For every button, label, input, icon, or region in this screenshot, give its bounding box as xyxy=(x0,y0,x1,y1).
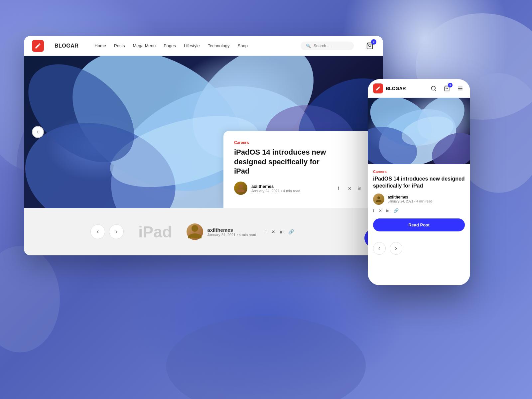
mobile-post-category: Careers xyxy=(373,170,465,174)
mobile-cart-badge: 0 xyxy=(448,83,453,87)
svg-line-17 xyxy=(435,89,436,90)
nav-home[interactable]: Home xyxy=(94,43,106,48)
desktop-nav: Home Posts Mega Menu Pages Lifestyle Tec… xyxy=(94,43,248,48)
mobile-nav-icons: 0 xyxy=(429,84,465,93)
mobile-linkedin-icon[interactable]: in xyxy=(386,208,389,213)
bottom-nav-buttons xyxy=(90,224,124,239)
pen-icon xyxy=(35,43,41,49)
nav-pages[interactable]: Pages xyxy=(164,43,176,48)
bottom-author-info: axilthemes January 24, 2021 • 4 min read xyxy=(207,227,256,237)
mobile-search-button[interactable] xyxy=(429,84,438,93)
person-icon xyxy=(236,184,245,193)
cart-icon-wrapper[interactable]: 0 xyxy=(364,41,375,51)
mobile-navbar: BLOGAR 0 xyxy=(368,79,470,98)
mobile-social-icons: f ✕ in 🔗 xyxy=(373,208,465,213)
desktop-brand-name: BLOGAR xyxy=(55,43,78,49)
post-category: Careers xyxy=(234,140,374,145)
search-icon: 🔍 xyxy=(306,44,311,48)
desktop-hero-section: Careers iPadOS 14 introduces newdesigned… xyxy=(24,56,383,208)
desktop-post-card: Careers iPadOS 14 introduces newdesigned… xyxy=(223,131,383,208)
bottom-prev-button[interactable] xyxy=(90,224,105,239)
linkedin-icon[interactable]: in xyxy=(358,186,364,192)
mobile-abstract-art xyxy=(368,98,470,164)
bottom-link-icon[interactable]: 🔗 xyxy=(288,229,294,234)
mobile-twitter-icon[interactable]: ✕ xyxy=(378,208,382,213)
facebook-icon[interactable]: f xyxy=(338,186,344,192)
mobile-person-icon xyxy=(375,195,383,203)
bottom-next-button[interactable] xyxy=(109,224,124,239)
author-name: axilthemes xyxy=(251,184,300,189)
mobile-post-title: iPadOS 14 introduces new designed specif… xyxy=(373,176,465,190)
desktop-search-bar[interactable]: 🔍 xyxy=(301,42,354,50)
bottom-person-icon xyxy=(187,223,203,240)
mobile-author-avatar xyxy=(373,194,384,205)
mobile-post-meta: axilthemes January 24, 2021 • 4 min read xyxy=(373,194,465,205)
read-post-button[interactable]: Read Post xyxy=(373,218,465,231)
hamburger-icon xyxy=(457,85,463,91)
right-arrow-icon xyxy=(114,229,119,234)
nav-technology[interactable]: Technology xyxy=(208,43,230,48)
mobile-link-icon[interactable]: 🔗 xyxy=(393,208,399,213)
bottom-twitter-icon[interactable]: ✕ xyxy=(271,229,275,234)
mobile-author-info: axilthemes January 24, 2021 • 4 min read xyxy=(388,195,432,203)
nav-lifestyle[interactable]: Lifestyle xyxy=(184,43,200,48)
mobile-prev-button[interactable] xyxy=(373,242,386,255)
mobile-nav-buttons xyxy=(368,242,470,255)
post-title: iPadOS 14 introduces newdesigned specifi… xyxy=(234,148,374,176)
bottom-linkedin-icon[interactable]: in xyxy=(280,229,284,234)
desktop-mockup: BLOGAR Home Posts Mega Menu Pages Lifest… xyxy=(24,36,383,255)
bottom-social-icons: f ✕ in 🔗 xyxy=(265,229,294,234)
mobile-next-arrow-icon xyxy=(394,246,398,251)
mobile-post-date: January 24, 2021 • 4 min read xyxy=(388,200,432,203)
mobile-cart-button[interactable]: 0 xyxy=(442,84,452,93)
post-meta: axilthemes January 24, 2021 • 4 min read… xyxy=(234,182,374,195)
cart-badge: 0 xyxy=(371,39,376,45)
bottom-facebook-icon[interactable]: f xyxy=(265,229,267,234)
prev-arrow-icon xyxy=(36,130,40,134)
author-avatar xyxy=(234,182,247,195)
nav-mega-menu[interactable]: Mega Menu xyxy=(133,43,156,48)
bottom-author-section: axilthemes January 24, 2021 • 4 min read… xyxy=(187,223,294,240)
bottom-author-name: axilthemes xyxy=(207,227,256,233)
mobile-pen-icon xyxy=(375,86,381,91)
search-input[interactable] xyxy=(314,44,348,48)
bottom-large-text: iPad xyxy=(138,223,172,241)
desktop-navbar: BLOGAR Home Posts Mega Menu Pages Lifest… xyxy=(24,36,383,56)
nav-posts[interactable]: Posts xyxy=(114,43,125,48)
post-date: January 24, 2021 • 4 min read xyxy=(251,189,300,193)
desktop-bottom-area: iPad axilthemes January 24, 2021 • 4 min… xyxy=(24,208,383,255)
svg-point-16 xyxy=(431,86,435,90)
nav-shop[interactable]: Shop xyxy=(238,43,248,48)
mobile-hero-section xyxy=(368,98,470,164)
left-arrow-icon xyxy=(95,229,100,234)
mobile-logo-mark xyxy=(373,83,383,93)
prev-button[interactable] xyxy=(32,126,44,138)
twitter-icon[interactable]: ✕ xyxy=(348,186,354,192)
mobile-menu-button[interactable] xyxy=(456,84,465,93)
mobile-search-icon xyxy=(431,85,437,91)
desktop-logo-mark xyxy=(32,40,44,52)
mobile-facebook-icon[interactable]: f xyxy=(373,208,374,213)
bottom-author-date: January 24, 2021 • 4 min read xyxy=(207,233,256,237)
author-info: axilthemes January 24, 2021 • 4 min read xyxy=(251,184,300,193)
mobile-next-button[interactable] xyxy=(390,242,402,255)
mobile-author-name: axilthemes xyxy=(388,195,432,200)
mobile-brand-name: BLOGAR xyxy=(386,86,406,91)
mobile-prev-arrow-icon xyxy=(377,246,382,251)
bottom-author-avatar xyxy=(187,223,203,240)
mobile-post-content: Careers iPadOS 14 introduces new designe… xyxy=(368,164,470,242)
mobile-mockup: BLOGAR 0 xyxy=(368,79,470,285)
